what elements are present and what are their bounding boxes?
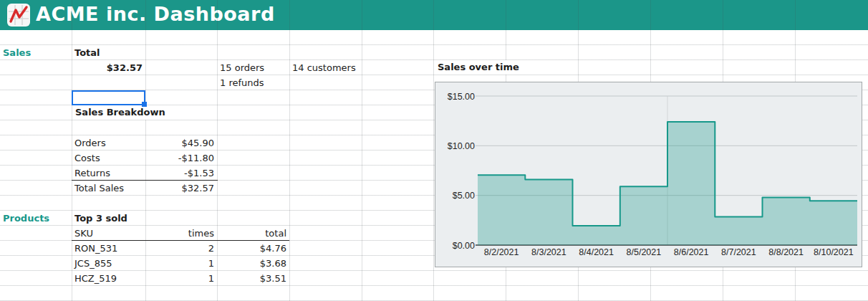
chart-x-tick-label: 8/6/2021	[674, 247, 709, 257]
sales-total-value[interactable]: $32.57	[72, 60, 145, 75]
sales-over-time-chart[interactable]: $0.00$5.00$10.00$15.008/2/20218/3/20218/…	[435, 82, 862, 267]
product-total-cell[interactable]: $3.51	[217, 271, 289, 286]
sales-section-label[interactable]: Sales	[0, 45, 72, 60]
chart-logo-icon	[6, 3, 31, 27]
dashboard-header: ACME inc. Dashboard	[0, 0, 868, 30]
chart-y-tick-label: $5.00	[453, 191, 475, 201]
refunds-count-cell[interactable]: 1 refunds	[217, 75, 289, 90]
breakdown-total-label[interactable]: Total Sales	[72, 181, 145, 196]
chart-x-tick-label: 8/5/2021	[627, 247, 662, 257]
chart-x-tick-label: 8/3/2021	[531, 247, 566, 257]
breakdown-row-label[interactable]: Returns	[72, 166, 145, 181]
chart-y-tick-label: $0.00	[453, 241, 475, 251]
breakdown-row-label[interactable]: Orders	[72, 135, 145, 150]
breakdown-row-value[interactable]: -$11.80	[145, 150, 217, 166]
chart-y-tick-label: $15.00	[448, 92, 475, 102]
orders-count-cell[interactable]: 15 orders	[217, 60, 289, 75]
products-col-header[interactable]: total	[217, 226, 289, 241]
sales-total-label[interactable]: Total	[72, 45, 145, 60]
products-col-header[interactable]: times	[145, 226, 217, 241]
product-total-cell[interactable]: $4.76	[217, 241, 289, 256]
breakdown-row-label[interactable]: Costs	[72, 150, 145, 166]
top3-title-cell[interactable]: Top 3 sold	[72, 211, 145, 226]
products-section-label[interactable]: Products	[0, 211, 72, 226]
fill-handle[interactable]	[142, 102, 147, 107]
chart-x-tick-label: 8/8/2021	[768, 247, 804, 257]
product-times-cell[interactable]: 1	[145, 271, 217, 286]
chart-x-tick-label: 8/4/2021	[579, 247, 614, 257]
product-times-cell[interactable]: 1	[145, 256, 217, 271]
breakdown-title-cell[interactable]: Sales Breakdown	[72, 105, 173, 120]
spreadsheet-dashboard: ACME inc. Dashboard Sales Total $32.57 1…	[0, 0, 868, 301]
breakdown-total-value[interactable]: $32.57	[145, 181, 217, 196]
product-sku-cell[interactable]: HCZ_519	[72, 271, 145, 286]
breakdown-row-value[interactable]: $45.90	[145, 135, 217, 150]
product-sku-cell[interactable]: JCS_855	[72, 256, 145, 271]
chart-x-tick-label: 8/10/2021	[814, 247, 854, 257]
chart-y-tick-label: $10.00	[448, 141, 475, 151]
chart-title-cell[interactable]: Sales over time	[435, 60, 526, 75]
products-col-header[interactable]: SKU	[72, 226, 145, 241]
selected-cell[interactable]	[72, 90, 145, 105]
product-sku-cell[interactable]: RON_531	[72, 241, 145, 256]
chart-x-tick-label: 8/7/2021	[721, 247, 756, 257]
breakdown-row-value[interactable]: -$1.53	[145, 166, 217, 181]
customers-count-cell[interactable]: 14 customers	[289, 60, 362, 75]
sales-area-chart-svg: $0.00$5.00$10.00$15.008/2/20218/3/20218/…	[435, 82, 862, 267]
product-total-cell[interactable]: $3.68	[217, 256, 289, 271]
product-times-cell[interactable]: 2	[145, 241, 217, 256]
chart-x-tick-label: 8/2/2021	[484, 247, 519, 257]
